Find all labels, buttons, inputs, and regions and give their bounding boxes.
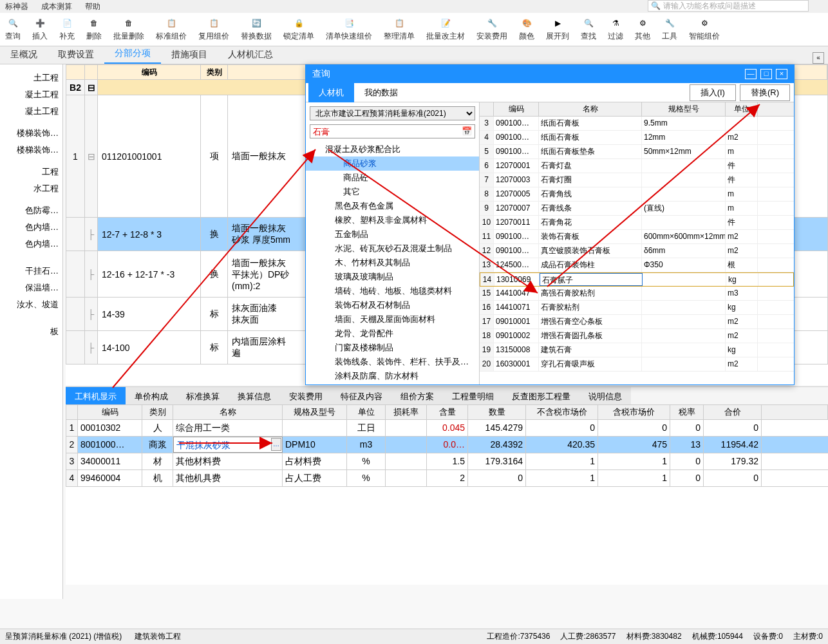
left-tree-item[interactable]: 色防霉… [0,202,62,219]
column-header[interactable]: 不含税市场价 [526,405,598,419]
maximize-icon[interactable]: □ [760,69,772,79]
category-node[interactable]: 墙砖、地砖、地板、地毯类材料 [306,284,479,298]
result-row[interactable]: 4 090100… 纸面石膏板 12mm m2 [480,131,794,145]
result-row[interactable]: 5 090100… 纸面石膏板垫条 50mm×12mm m [480,145,794,159]
result-row[interactable]: 20 16030001 穿孔石膏吸声板 m2 [480,357,794,372]
toolbar-button[interactable]: ▶展开到 [546,17,569,42]
left-tree-item[interactable] [0,252,62,258]
left-tree-item[interactable] [0,64,62,70]
bottom-tab[interactable]: 特征及内容 [332,387,391,406]
toolbar-button[interactable]: ⚙智能组价 [689,17,720,42]
result-header[interactable]: 单位 [726,102,758,116]
result-row[interactable]: 10 12070011 石膏角花 件 [480,216,794,230]
ellipsis-button[interactable]: … [271,438,281,451]
left-tree-item[interactable] [0,158,62,164]
result-row[interactable]: 3 090100… 纸面石膏板 9.5mm [480,117,794,131]
toolbar-button[interactable]: 🗑删除 [86,17,102,42]
tab-materials[interactable]: 人材机 [308,83,354,102]
toolbar-button[interactable]: 🗑批量删除 [113,17,144,42]
left-tree-item[interactable]: 凝土工程 [0,86,62,103]
category-node[interactable]: 橡胶、塑料及非金属材料 [306,213,479,227]
left-tree-item[interactable]: 汝水、坡道 [0,296,62,313]
toolbar-button[interactable]: 🔧工具 [662,17,677,42]
left-tree-item[interactable]: 保温墙… [0,279,62,296]
left-tree-item[interactable]: 色内墙… [0,219,62,236]
left-tree-item[interactable]: 板 [0,323,62,340]
section-tab[interactable]: 分部分项 [104,44,161,64]
replace-button[interactable]: 替换(R) [740,84,790,101]
section-tab[interactable]: 人材机汇总 [218,46,283,64]
menu-item[interactable]: 帮助 [85,1,100,12]
bottom-tab[interactable]: 说明信息 [579,387,631,406]
section-tab[interactable]: 措施项目 [161,46,218,64]
result-row[interactable]: 17 09010001 增强石膏空心条板 m2 [480,315,794,329]
left-tree-item[interactable]: 土工程 [0,70,62,86]
result-row[interactable]: 7 12070003 石膏灯圈 件 [480,173,794,187]
column-header[interactable]: 含税市场价 [598,405,670,419]
section-tab[interactable]: 取费设置 [48,46,104,64]
left-tree-item[interactable]: 楼梯装饰… [0,125,62,142]
toolbar-button[interactable]: ⚙其他 [635,17,650,42]
category-node[interactable]: 商品砼 [306,171,479,185]
name-edit-cell[interactable]: 干混抹灰砂浆… [173,437,283,453]
left-tree-item[interactable] [0,258,62,263]
left-tree-item[interactable]: 楼梯装饰… [0,142,62,158]
left-tree-item[interactable] [0,313,62,318]
bottom-tab[interactable]: 组价方案 [391,387,443,406]
column-header[interactable]: 数量 [468,405,526,419]
result-row[interactable]: 15 14410047 高强石膏胶粘剂 m3 [480,287,794,301]
left-tree-item[interactable]: 色内墙… [0,236,62,252]
bottom-tab[interactable]: 工料机显示 [66,387,126,406]
category-node[interactable]: 水泥、砖瓦灰砂石及混凝土制品 [306,242,479,256]
category-node[interactable]: 装饰线条、装饰件、栏杆、扶手及… [306,355,479,369]
toolbar-button[interactable]: ➕插入 [32,17,48,42]
collapse-button[interactable]: « [813,52,824,64]
dialog-titlebar[interactable]: 查询 — □ × [306,65,794,83]
bottom-tab[interactable]: 单价构成 [126,387,177,406]
result-row[interactable]: 11 090100… 装饰石膏板 600mm×600mm×12mm m2 [480,230,794,244]
result-row[interactable]: 19 13150008 建筑石膏 kg [480,343,794,357]
result-header[interactable]: 编码 [494,102,539,116]
category-node[interactable]: 装饰石材及石材制品 [306,298,479,312]
result-header[interactable]: 规格型号 [642,102,726,116]
search-input[interactable]: 🔍 请输入功能名称或问题描述 [648,0,809,12]
bottom-tab[interactable]: 工程量明细 [443,387,503,406]
bottom-tab[interactable]: 换算信息 [229,387,280,406]
menu-item[interactable]: 成本测算 [41,1,72,12]
toolbar-button[interactable]: 📋复用组价 [198,17,229,42]
material-row[interactable]: 1 00010302 人 综合用工一类 工日 0.045 145.4279 0 … [66,420,828,437]
toolbar-button[interactable]: 🔍查找 [581,17,596,42]
left-tree-item[interactable] [0,120,62,125]
bottom-tab[interactable]: 反查图形工程量 [503,387,579,406]
toolbar-button[interactable]: 📋整理清单 [384,17,415,42]
result-row[interactable]: 13 124500… 成品石膏装饰柱 Φ350 根 [480,258,794,272]
category-node[interactable]: 龙骨、龙骨配件 [306,327,479,341]
column-header[interactable]: 含量 [427,405,468,419]
category-node[interactable]: 墙面、天棚及屋面饰面材料 [306,312,479,327]
left-tree-item[interactable]: 工程 [0,164,62,180]
result-row[interactable]: 12 090100… 真空镀膜装饰石膏板 δ6mm m2 [480,244,794,258]
column-header[interactable]: 编码 [78,405,142,419]
category-node[interactable]: 商品砂浆 [306,156,479,171]
toolbar-button[interactable]: 🔍查询 [5,17,21,42]
toolbar-button[interactable]: 📝批量改主材 [426,17,465,42]
category-node[interactable]: 门窗及楼梯制品 [306,341,479,355]
material-row[interactable]: 3 34000011 材 其他材料费 占材料费 % 1.5 179.3164 1… [66,453,828,470]
result-row[interactable]: 18 09010002 增强石膏圆孔条板 m2 [480,329,794,343]
result-header[interactable] [480,102,494,116]
category-node[interactable]: 涂料及防腐、防水材料 [306,369,479,383]
close-icon[interactable]: × [776,69,787,79]
result-row[interactable]: 16 14410071 石膏胶粘剂 kg [480,301,794,315]
minimize-icon[interactable]: — [745,69,757,79]
bottom-tab[interactable]: 安装费用 [280,387,332,406]
category-node[interactable]: 其它 [306,185,479,199]
result-header[interactable]: 名称 [539,102,642,116]
left-tree-item[interactable]: 干挂石… [0,263,62,279]
column-header[interactable]: 类别 [142,405,173,419]
category-node[interactable]: 玻璃及玻璃制品 [306,270,479,284]
left-tree-item[interactable]: 凝土工程 [0,103,62,120]
standard-select[interactable]: 北京市建设工程预算消耗量标准(2021) [310,106,475,120]
toolbar-button[interactable]: 🔧安装费用 [476,17,507,42]
column-header[interactable]: 损耗率 [386,405,427,419]
category-node[interactable]: 油品、化工原料及胶粘材料 [306,383,479,384]
